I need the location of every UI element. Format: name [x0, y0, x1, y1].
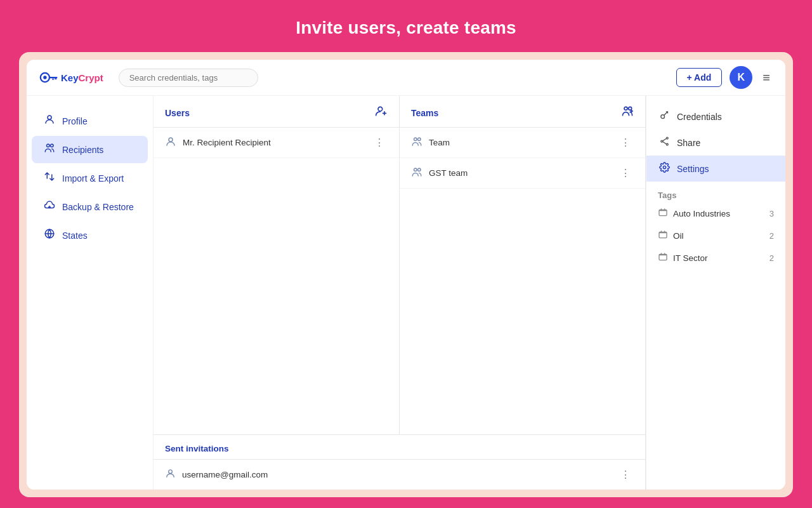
add-button[interactable]: + Add — [676, 68, 723, 87]
main-layout: Profile Recipients Import & Export — [27, 96, 785, 490]
tag-row-1[interactable]: Oil 2 — [646, 225, 785, 247]
sidebar-item-recipients[interactable]: Recipients — [32, 136, 148, 163]
invitation-row-0: username@gmail.com ⋮ — [154, 460, 645, 490]
user-name: Mr. Recipient Recipient — [183, 138, 365, 147]
team-icon-1 — [411, 166, 422, 180]
page-header: Invite users, create teams — [0, 0, 812, 52]
person-icon — [43, 114, 56, 128]
svg-point-11 — [624, 107, 627, 110]
topbar: KeyCrypt + Add K ≡ — [27, 60, 785, 96]
globe-icon — [43, 228, 56, 243]
rec-columns: Users Mr. Recipient Recipient ⋮ — [154, 96, 645, 434]
svg-point-1 — [43, 76, 46, 79]
svg-point-10 — [169, 138, 173, 142]
sidebar-item-import-export[interactable]: Import & Export — [32, 164, 148, 192]
invitation-icon-0 — [165, 468, 176, 481]
tag-count-1: 2 — [769, 231, 774, 241]
rs-item-share[interactable]: Share — [646, 130, 785, 156]
sent-invitations-header: Sent invitations — [154, 435, 645, 460]
team-row-0: Team ⋮ — [400, 128, 645, 158]
key-icon — [658, 110, 671, 123]
invitation-more-button-0[interactable]: ⋮ — [618, 467, 634, 482]
user-row: Mr. Recipient Recipient ⋮ — [154, 128, 399, 158]
tag-row-0[interactable]: Auto Industries 3 — [646, 203, 785, 225]
svg-point-6 — [47, 144, 50, 147]
add-team-icon[interactable] — [621, 105, 634, 121]
team-row-1: GST team ⋮ — [400, 158, 645, 189]
tags-label: Tags — [646, 187, 785, 203]
sidebar-label-recipients: Recipients — [62, 145, 103, 155]
search-input[interactable] — [119, 69, 258, 87]
rs-item-credentials[interactable]: Credentials — [646, 104, 785, 130]
team-more-button-1[interactable]: ⋮ — [618, 166, 634, 180]
invitation-email-0: username@gmail.com — [182, 470, 612, 479]
teams-header-title: Teams — [411, 108, 438, 118]
gear-icon — [658, 162, 671, 175]
logo[interactable]: KeyCrypt — [39, 70, 103, 84]
sent-invitations-title: Sent invitations — [165, 444, 229, 453]
logo-key-text: Key — [61, 72, 79, 83]
sidebar-label-profile: Profile — [62, 116, 88, 126]
svg-point-24 — [663, 166, 665, 168]
svg-rect-4 — [52, 78, 53, 80]
tag-count-0: 3 — [769, 209, 774, 218]
sidebar-item-backup-restore[interactable]: Backup & Restore — [32, 193, 148, 220]
tag-icon-1 — [658, 230, 668, 242]
sidebar-left: Profile Recipients Import & Export — [27, 96, 154, 490]
team-more-button-0[interactable]: ⋮ — [618, 135, 634, 150]
sidebar-item-profile[interactable]: Profile — [32, 107, 148, 135]
logo-crypt-text: Crypt — [79, 72, 103, 83]
svg-point-14 — [418, 138, 421, 141]
tag-row-2[interactable]: IT Sector 2 — [646, 247, 785, 269]
svg-rect-3 — [55, 78, 57, 79]
tag-name-1: Oil — [673, 231, 764, 241]
sent-invitations-section: Sent invitations username@gmail.com ⋮ — [154, 434, 645, 490]
add-user-icon[interactable] — [375, 105, 388, 121]
svg-point-18 — [660, 115, 664, 119]
team-icon-0 — [411, 136, 422, 150]
recipients-panel: Users Mr. Recipient Recipient ⋮ — [154, 96, 646, 490]
swap-icon — [43, 171, 56, 185]
search-bar — [119, 69, 258, 87]
sidebar-label-states: States — [62, 231, 88, 241]
svg-rect-2 — [49, 77, 57, 78]
sidebar-right: Credentials Share Settings Tags — [646, 96, 785, 490]
svg-point-16 — [418, 168, 421, 171]
sidebar-label-import-export: Import & Export — [62, 173, 124, 184]
svg-point-9 — [378, 107, 383, 111]
rs-item-settings[interactable]: Settings — [646, 156, 785, 182]
svg-point-13 — [414, 138, 417, 141]
users-header-title: Users — [165, 108, 190, 118]
svg-point-17 — [169, 470, 173, 474]
user-more-button[interactable]: ⋮ — [372, 135, 388, 150]
svg-point-5 — [48, 116, 51, 119]
tag-icon-2 — [658, 252, 668, 264]
people-icon — [43, 142, 56, 157]
page-title: Invite users, create teams — [0, 18, 812, 38]
teams-column-header: Teams — [400, 96, 645, 128]
team-name-0: Team — [429, 138, 612, 147]
users-column-header: Users — [154, 96, 399, 128]
svg-line-22 — [662, 138, 666, 141]
tag-count-2: 2 — [769, 253, 774, 263]
sidebar-label-backup-restore: Backup & Restore — [62, 202, 134, 212]
app-container: KeyCrypt + Add K ≡ Profile — [19, 52, 793, 497]
svg-point-15 — [414, 168, 417, 171]
cloud-icon — [43, 199, 56, 214]
rs-label-share: Share — [677, 138, 700, 148]
avatar-button[interactable]: K — [730, 66, 752, 89]
tags-section: Tags Auto Industries 3 Oil 2 — [646, 187, 785, 269]
rs-label-credentials: Credentials — [677, 112, 722, 122]
users-column: Users Mr. Recipient Recipient ⋮ — [154, 96, 400, 434]
team-name-1: GST team — [429, 168, 612, 178]
sidebar-item-states[interactable]: States — [32, 222, 148, 249]
svg-point-7 — [51, 144, 54, 147]
logo-icon — [39, 70, 60, 84]
tag-name-0: Auto Industries — [673, 209, 764, 218]
tag-icon-0 — [658, 208, 668, 220]
teams-column: Teams Team ⋮ — [400, 96, 645, 434]
svg-line-23 — [662, 142, 666, 144]
user-avatar-icon — [165, 136, 176, 150]
menu-icon-button[interactable]: ≡ — [760, 68, 773, 88]
topbar-right: + Add K ≡ — [676, 66, 773, 89]
